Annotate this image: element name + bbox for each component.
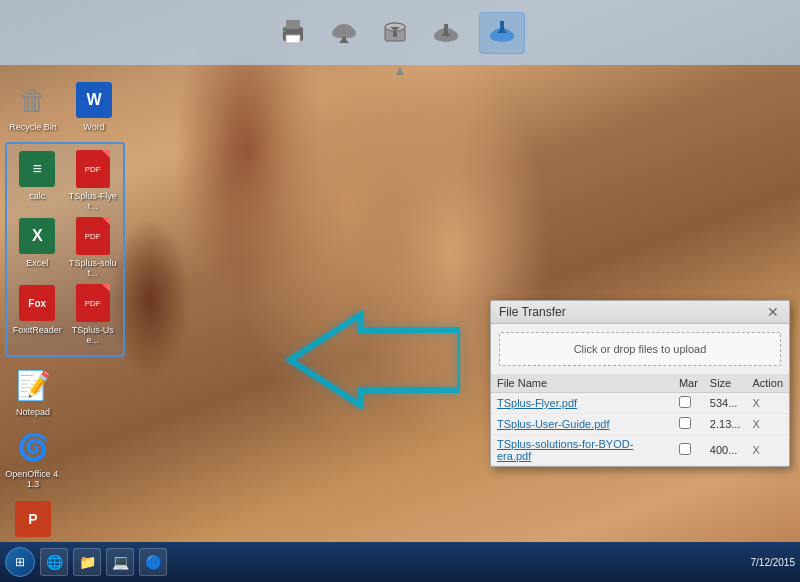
taskbar-bottom: ⊞ 🌐 📁 💻 🔵 7/12/2015 <box>0 542 800 582</box>
file-size: 534... <box>704 393 747 414</box>
notepad-row: 📝 Notepad <box>5 365 125 417</box>
tsplus-solut-image: PDF <box>73 216 113 256</box>
desktop: ▲ 🗑 Recycle Bin W Word ≡ <box>0 0 800 582</box>
taskbar-top <box>0 0 800 65</box>
excel-label: Excel <box>26 258 48 268</box>
svg-rect-8 <box>342 37 346 43</box>
file-link[interactable]: TSplus-User-Guide.pdf <box>497 418 610 430</box>
col-filename: File Name <box>491 374 673 393</box>
tsplus-user-label: TSplus-Use... <box>68 325 119 345</box>
openoffice-icon[interactable]: 🌀 OpenOffice 4.1.3 <box>5 427 61 489</box>
file-link[interactable]: TSplus-Flyer.pdf <box>497 397 577 409</box>
svg-marker-24 <box>290 315 460 405</box>
dialog-titlebar: File Transfer ✕ <box>491 301 789 324</box>
excel-icon[interactable]: X Excel <box>12 216 63 268</box>
upload-icon-btn[interactable] <box>479 12 525 54</box>
table-row: TSplus-Flyer.pdf534...X <box>491 393 789 414</box>
notepad-image: 📝 <box>13 365 53 405</box>
upload-icon <box>484 15 520 51</box>
file-table-body: TSplus-Flyer.pdf534...XTSplus-User-Guide… <box>491 393 789 466</box>
tsplus-flyer-image: PDF <box>73 149 113 189</box>
explorer-icon-btn[interactable]: 📁 <box>73 548 101 576</box>
tsplus-solut-icon[interactable]: PDF TSplus-solut... <box>68 216 119 278</box>
chevron-down-icon: ▲ <box>393 62 407 78</box>
calc-label: calc <box>29 191 45 201</box>
selected-row-1: ≡ calc PDF TSplus-Flyer... <box>12 149 118 211</box>
tsplus-user-icon[interactable]: PDF TSplus-Use... <box>68 283 119 345</box>
selected-files-group: ≡ calc PDF TSplus-Flyer... X Excel <box>5 142 125 357</box>
tsplus-solut-label: TSplus-solut... <box>68 258 119 278</box>
transfer-icon-btn[interactable] <box>377 15 413 51</box>
print-icon-btn[interactable] <box>275 15 311 51</box>
calc-image: ≡ <box>17 149 57 189</box>
selected-row-2: X Excel PDF TSplus-solut... <box>12 216 118 278</box>
foxit-icon[interactable]: Fox FoxitReader <box>12 283 63 335</box>
col-action: Action <box>746 374 789 393</box>
svg-rect-18 <box>444 24 448 33</box>
top-icons-container <box>10 12 790 54</box>
file-size: 2.13... <box>704 414 747 435</box>
svg-rect-3 <box>283 30 286 32</box>
taskbar-time: 7/12/2015 <box>751 557 796 568</box>
browser-icon-btn[interactable]: 🌐 <box>40 548 68 576</box>
tsplus-flyer-label: TSplus-Flyer... <box>68 191 119 211</box>
foxit-label: FoxitReader <box>13 325 62 335</box>
recycle-bin-label: Recycle Bin <box>9 122 57 132</box>
notepad-icon[interactable]: 📝 Notepad <box>5 365 61 417</box>
table-row: TSplus-User-Guide.pdf2.13...X <box>491 414 789 435</box>
upload-arrow-indicator <box>280 310 460 414</box>
computer-icon-btn[interactable]: 💻 <box>106 548 134 576</box>
svg-point-6 <box>344 28 356 38</box>
cloud-upload2-icon <box>428 15 464 51</box>
file-delete-btn[interactable]: X <box>752 418 759 430</box>
tsplus-user-image: PDF <box>73 283 113 323</box>
openoffice-image: 🌀 <box>13 427 53 467</box>
file-checkbox[interactable] <box>679 396 691 408</box>
dialog-close-button[interactable]: ✕ <box>765 305 781 319</box>
file-checkbox[interactable] <box>679 417 691 429</box>
print-icon <box>275 15 311 51</box>
basket-icon <box>377 15 413 51</box>
file-link[interactable]: TSplus-solutions-for-BYOD-era.pdf <box>497 438 633 462</box>
file-size: 400... <box>704 435 747 466</box>
calc-icon[interactable]: ≡ calc <box>12 149 63 201</box>
svg-point-5 <box>332 28 344 38</box>
recycle-bin-icon[interactable]: 🗑 Recycle Bin <box>5 80 61 132</box>
word-icon[interactable]: W Word <box>66 80 122 132</box>
col-mark: Mar <box>673 374 704 393</box>
svg-rect-13 <box>393 31 397 37</box>
upload-drop-area[interactable]: Click or drop files to upload <box>499 332 781 366</box>
file-delete-btn[interactable]: X <box>752 397 759 409</box>
cloud-download-btn[interactable] <box>326 15 362 51</box>
table-header-row: File Name Mar Size Action <box>491 374 789 393</box>
file-transfer-dialog: File Transfer ✕ Click or drop files to u… <box>490 300 790 467</box>
excel-image: X <box>17 216 57 256</box>
powerpoint-image: P <box>13 499 53 539</box>
bottom-icons-row: 📝 Notepad 🌀 OpenOffice 4.1.3 P Powerpoin… <box>5 365 125 551</box>
chrome-icon-btn[interactable]: 🔵 <box>139 548 167 576</box>
notepad-label: Notepad <box>16 407 50 417</box>
svg-rect-23 <box>500 21 504 33</box>
foxit-image: Fox <box>17 283 57 323</box>
file-table: File Name Mar Size Action TSplus-Flyer.p… <box>491 374 789 466</box>
upload-drop-text: Click or drop files to upload <box>574 343 707 355</box>
cloud-download-icon <box>326 15 362 51</box>
cloud-upload2-btn[interactable] <box>428 15 464 51</box>
desktop-icons-area: 🗑 Recycle Bin W Word ≡ calc <box>0 75 130 566</box>
table-row: TSplus-solutions-for-BYOD-era.pdf400...X <box>491 435 789 466</box>
svg-rect-1 <box>286 20 300 29</box>
word-image: W <box>74 80 114 120</box>
selected-row-3: Fox FoxitReader PDF TSplus-Use... <box>12 283 118 345</box>
word-label: Word <box>83 122 104 132</box>
file-delete-btn[interactable]: X <box>752 444 759 456</box>
top-icons-row: 🗑 Recycle Bin W Word <box>5 80 125 132</box>
svg-rect-2 <box>286 35 300 43</box>
recycle-bin-image: 🗑 <box>13 80 53 120</box>
dialog-title: File Transfer <box>499 305 566 319</box>
file-checkbox[interactable] <box>679 443 691 455</box>
start-button[interactable]: ⊞ <box>5 547 35 577</box>
openoffice-row: 🌀 OpenOffice 4.1.3 <box>5 427 125 489</box>
openoffice-label: OpenOffice 4.1.3 <box>5 469 61 489</box>
tsplus-flyer-icon[interactable]: PDF TSplus-Flyer... <box>68 149 119 211</box>
col-size: Size <box>704 374 747 393</box>
